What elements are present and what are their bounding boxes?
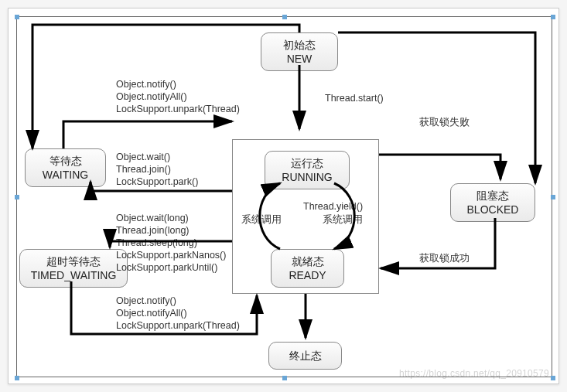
- handle-icon: [15, 376, 19, 380]
- handle-icon: [551, 195, 555, 199]
- state-blocked-en: BLOCKED: [459, 203, 527, 216]
- label-twait2: Thread.join(long): [116, 225, 190, 236]
- label-twait4: LockSupport.parkNanos(): [116, 250, 226, 261]
- state-timed-waiting-en: TIMED_WAITING: [28, 268, 119, 282]
- state-new: 初始态 NEW: [261, 32, 338, 71]
- state-waiting-cn: 等待态: [33, 154, 97, 168]
- label-yield2: 系统调用: [323, 213, 363, 227]
- label-wait2: Thread.join(): [116, 164, 171, 175]
- label-yield1: Thread.yield(): [303, 201, 363, 212]
- label-tnotify2: Object.notifyAll(): [116, 308, 187, 319]
- state-waiting-en: WAITING: [33, 168, 97, 182]
- state-terminated-cn: 终止态: [277, 349, 333, 363]
- label-twait3: Thread.sleep(long): [116, 237, 197, 248]
- handle-icon: [551, 15, 555, 19]
- state-new-en: NEW: [269, 52, 330, 66]
- label-notify1: Object.notify(): [116, 79, 176, 90]
- label-tnotify1: Object.notify(): [116, 295, 176, 306]
- label-notify2: Object.notifyAll(): [116, 91, 187, 102]
- diagram-frame: 初始态 NEW 运行态 RUNNING 就绪态 READY 等待态 WAITIN…: [16, 16, 552, 377]
- state-blocked: 阻塞态 BLOCKED: [450, 183, 535, 222]
- label-lock-ok: 获取锁成功: [419, 252, 470, 265]
- state-timed-waiting-cn: 超时等待态: [28, 254, 119, 268]
- label-wait1: Object.wait(): [116, 152, 170, 162]
- handle-icon: [15, 15, 19, 19]
- label-twait5: LockSupport.parkUntil(): [116, 262, 217, 273]
- state-ready: 就绪态 READY: [271, 249, 344, 288]
- label-twait1: Object.wait(long): [116, 213, 189, 223]
- state-ready-en: READY: [279, 268, 336, 282]
- state-ready-cn: 就绪态: [279, 254, 336, 268]
- label-lock-fail: 获取锁失败: [419, 116, 470, 129]
- handle-icon: [282, 376, 287, 380]
- label-thread-start: Thread.start(): [325, 93, 384, 104]
- watermark: https://blog.csdn.net/qq_20910579: [399, 368, 549, 379]
- label-syscall: 系统调用: [241, 213, 282, 227]
- handle-icon: [282, 15, 287, 19]
- state-running-cn: 运行态: [273, 156, 341, 170]
- state-timed-waiting: 超时等待态 TIMED_WAITING: [19, 249, 128, 288]
- handle-icon: [551, 376, 555, 380]
- label-notify3: LockSupport.unpark(Thread): [116, 104, 240, 114]
- outer-frame: 初始态 NEW 运行态 RUNNING 就绪态 READY 等待态 WAITIN…: [8, 8, 559, 384]
- label-wait3: LockSupport.park(): [116, 176, 198, 187]
- state-running-en: RUNNING: [273, 170, 341, 184]
- handle-icon: [15, 195, 19, 199]
- state-terminated: 终止态: [268, 342, 342, 370]
- label-tnotify3: LockSupport.unpark(Thread): [116, 320, 240, 331]
- state-running: 运行态 RUNNING: [265, 151, 350, 189]
- state-waiting: 等待态 WAITING: [25, 148, 106, 187]
- state-new-cn: 初始态: [269, 38, 330, 52]
- state-blocked-cn: 阻塞态: [459, 189, 527, 203]
